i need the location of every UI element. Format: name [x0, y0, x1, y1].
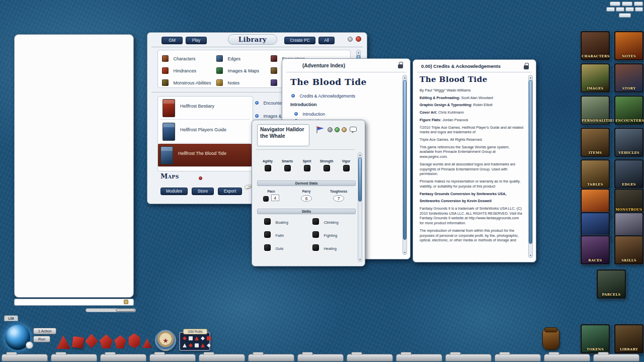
run-button[interactable]: Run	[33, 336, 50, 342]
skill-fighting[interactable]: Fighting	[312, 231, 337, 240]
adventure-scrollbar[interactable]: ▲ ▼	[403, 75, 407, 255]
mini-die-icon[interactable]	[189, 336, 193, 340]
strength-die-icon[interactable]	[324, 165, 330, 171]
skill-die-icon[interactable]	[312, 231, 319, 238]
chat-scrollbar[interactable]	[86, 308, 136, 312]
sidebar-item-edges[interactable]: Edges	[614, 159, 643, 189]
hotkey-slot[interactable]	[347, 354, 393, 361]
scroll-down-icon[interactable]: ▼	[358, 258, 362, 261]
hotkey-slot[interactable]	[297, 354, 344, 361]
die-d8-icon[interactable]	[85, 334, 98, 348]
module-row-hellfrost-players-guide[interactable]: Hellfrost Players Guide	[160, 120, 250, 143]
character-sheet-window[interactable]: Navigator Halldor the Whale Agility Smar…	[252, 120, 365, 266]
medal-icon[interactable]: ★	[155, 330, 176, 351]
hotkey-slot[interactable]	[248, 354, 294, 361]
hotkey-slot[interactable]	[495, 354, 541, 361]
scroll-down-icon[interactable]: ▼	[529, 254, 532, 257]
skill-faith[interactable]: Faith	[264, 231, 284, 240]
status-tan-icon[interactable]	[342, 127, 347, 132]
skill-die-icon[interactable]	[264, 218, 271, 225]
scroll-down-icon[interactable]: ▼	[403, 251, 407, 254]
spirit-die-icon[interactable]	[304, 165, 310, 171]
chat-marker-icon[interactable]	[124, 300, 128, 304]
die-d20-icon[interactable]	[128, 333, 141, 348]
sidebar-item-library[interactable]: Library	[614, 324, 643, 353]
credits-scrollbar[interactable]: ▲ ▼	[528, 75, 533, 258]
export-button[interactable]: Export	[218, 188, 242, 195]
sidebar-item-parcels[interactable]: Parcels	[597, 269, 626, 299]
create-pc-button[interactable]: Create PC	[284, 37, 315, 44]
library-minimize-icon[interactable]	[348, 37, 353, 42]
mini-die-icon[interactable]	[195, 336, 199, 340]
skill-healing[interactable]: Healing	[312, 244, 337, 253]
library-close-icon[interactable]	[356, 36, 361, 42]
gm-rolls-panel[interactable]: GM Rolls	[179, 332, 210, 351]
hotkey-slot[interactable]	[149, 354, 196, 361]
hotkey-slot[interactable]	[445, 354, 492, 361]
skill-die-icon[interactable]	[264, 244, 271, 251]
shortcut-button-4[interactable]	[606, 7, 615, 12]
sidebar-item-encounters[interactable]: Encounters	[614, 96, 643, 125]
library-category-hindrances[interactable]: Hindrances	[162, 66, 196, 75]
sidebar-item-story[interactable]: Story	[614, 63, 643, 93]
module-row-hellfrost-blood-tide-selected[interactable]: Hellfrost The Blood Tide	[158, 144, 252, 167]
shortcut-button-3[interactable]	[634, 2, 643, 6]
sidebar-item-characters[interactable]: Characters	[581, 31, 610, 60]
die-d4-icon[interactable]	[56, 335, 70, 349]
hotkey-slot[interactable]	[593, 354, 639, 361]
chat-scrollbar-thumb[interactable]	[116, 309, 135, 312]
sidebar-item-notes[interactable]: Notes	[614, 31, 643, 60]
sidebar-item-tables[interactable]: Tables	[581, 159, 610, 189]
library-category-notes[interactable]: Notes	[216, 78, 239, 87]
shortcut-button-5[interactable]	[616, 7, 624, 12]
sidebar-item-tokens[interactable]: Tokens	[581, 324, 610, 353]
shortcut-button-7[interactable]	[635, 7, 643, 12]
hotkey-slot[interactable]	[2, 354, 48, 361]
flag-icon[interactable]	[316, 126, 325, 133]
mini-die-icon[interactable]	[195, 343, 199, 347]
library-category-characters[interactable]: Characters	[162, 54, 195, 63]
mini-die-icon[interactable]	[183, 336, 187, 340]
scroll-up-icon[interactable]: ▲	[403, 76, 407, 79]
library-tab-play[interactable]: Play	[186, 37, 207, 44]
parry-value[interactable]: 6	[301, 195, 312, 202]
sidebar-item-skills[interactable]: Skills	[614, 235, 643, 264]
toughness-value[interactable]: 7	[333, 195, 344, 202]
chat-window[interactable]	[14, 34, 134, 298]
hotkey-slot[interactable]	[100, 354, 146, 361]
vigor-die-icon[interactable]	[343, 165, 350, 171]
sheet-scrollbar[interactable]: ▲ ▼	[358, 152, 362, 262]
hotkey-slot[interactable]	[544, 354, 590, 361]
hotkey-slot[interactable]	[396, 354, 442, 361]
mini-die-icon[interactable]	[183, 343, 187, 347]
mini-die-icon[interactable]	[189, 343, 193, 347]
loot-bag-icon[interactable]	[542, 329, 559, 350]
skill-climbing[interactable]: Climbing	[312, 218, 339, 227]
library-tab-gm[interactable]: GM	[162, 37, 183, 44]
sidebar-item-vehicles[interactable]: Vehicles	[614, 128, 643, 157]
mini-die-icon[interactable]	[201, 343, 205, 347]
credits-scrollbar-thumb[interactable]	[529, 80, 532, 244]
hotkey-slot[interactable]	[51, 354, 97, 361]
smarts-die-icon[interactable]	[284, 165, 291, 171]
skill-guts[interactable]: Guts	[264, 244, 283, 253]
character-name-field[interactable]: Navigator Halldor the Whale	[257, 124, 309, 146]
shortcut-button-6[interactable]	[625, 7, 634, 12]
sidebar-item-images[interactable]: Images	[581, 63, 610, 93]
shortcut-button-1[interactable]	[610, 2, 620, 6]
scroll-up-icon[interactable]: ▲	[529, 76, 532, 79]
sheet-scrollbar-thumb[interactable]	[358, 157, 362, 202]
library-category-edges[interactable]: Edges	[216, 54, 240, 63]
pace-value[interactable]: 4	[271, 195, 279, 201]
scroll-up-icon[interactable]: ▲	[358, 153, 362, 156]
die-d6-icon[interactable]	[72, 336, 85, 349]
library-category-monstrous-abilities[interactable]: Monstrous Abilities	[162, 78, 211, 87]
status-green-icon[interactable]	[335, 127, 340, 132]
pace-die-icon[interactable]	[263, 196, 269, 202]
die-d10-icon[interactable]	[100, 334, 113, 348]
mini-die-icon[interactable]	[201, 336, 205, 340]
skill-die-icon[interactable]	[264, 231, 271, 238]
agility-die-icon[interactable]	[265, 165, 271, 171]
lock-icon[interactable]	[524, 65, 529, 69]
skill-die-icon[interactable]	[312, 218, 319, 225]
